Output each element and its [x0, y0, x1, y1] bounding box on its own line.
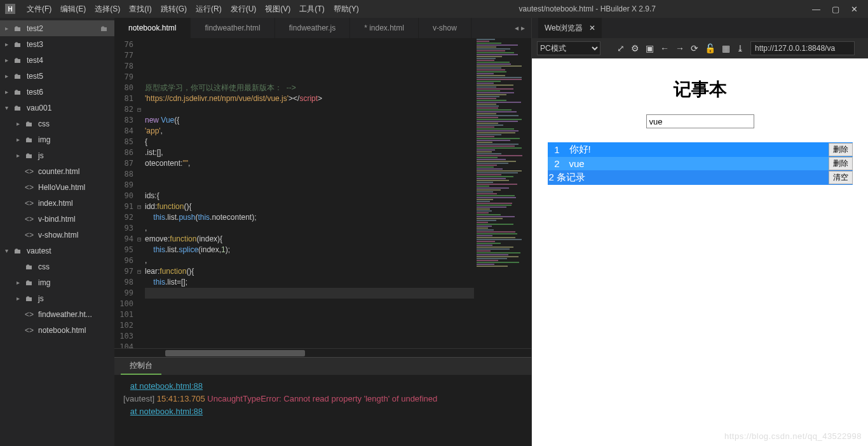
editor-tab[interactable]: * index.html: [350, 18, 419, 38]
fold-column[interactable]: ⊟ ⊟ ⊟ ⊟: [137, 38, 145, 348]
tree-item[interactable]: <>HelloVue.html: [0, 179, 114, 195]
folder-icon: 🖿: [24, 135, 34, 144]
file-explorer[interactable]: ▸🖿test2🖿▸🖿test3▸🖿test4▸🖿test5▸🖿test6▾🖿va…: [0, 18, 114, 446]
horizontal-scrollbar[interactable]: [114, 348, 531, 357]
screenshot-icon[interactable]: ▣: [646, 43, 654, 53]
editor-tab[interactable]: v-show: [419, 18, 471, 38]
file-icon: <>: [24, 231, 34, 240]
browser-tab[interactable]: Web浏览器 ✕: [538, 18, 602, 38]
console-link[interactable]: at notebook.html:88: [130, 381, 203, 391]
menu-item[interactable]: 查找(I): [125, 1, 155, 17]
tree-item[interactable]: ▸🖿test5: [0, 68, 114, 84]
note-row: 2vue删除: [548, 157, 853, 170]
tree-item[interactable]: ▸🖿css: [0, 116, 114, 132]
tree-label: img: [38, 135, 50, 144]
minimize-icon[interactable]: —: [812, 4, 820, 14]
qr-icon[interactable]: ▦: [722, 43, 730, 53]
tree-label: v-bind.html: [38, 215, 76, 224]
tree-label: HelloVue.html: [38, 183, 85, 192]
menu-item[interactable]: 运行(R): [192, 1, 226, 17]
delete-button[interactable]: 删除: [829, 143, 853, 156]
minimap[interactable]: [474, 38, 531, 348]
tree-label: notebook.html: [38, 326, 86, 335]
watermark: https://blog.csdn.net/qq_43522998: [724, 431, 862, 441]
editor-panel: notebook.htmlfindweather.htmlfindweather…: [114, 18, 531, 446]
menu-item[interactable]: 文件(F): [23, 1, 55, 17]
tree-item[interactable]: <>counter.html: [0, 163, 114, 179]
file-icon: <>: [24, 199, 34, 208]
tree-label: test3: [27, 40, 43, 49]
tree-item[interactable]: 🖿css: [0, 259, 114, 274]
tree-label: index.html: [38, 199, 73, 208]
folder-icon: 🖿: [13, 88, 23, 97]
folder-icon: 🖿: [13, 24, 23, 33]
tree-label: test6: [27, 88, 43, 97]
editor-tab[interactable]: notebook.html: [114, 18, 191, 38]
folder-open-icon: 🖿: [100, 24, 108, 33]
tab-scroll-right-icon[interactable]: ▸: [521, 24, 525, 32]
tree-item[interactable]: ▾🖿vau001: [0, 100, 114, 116]
tree-item[interactable]: <>notebook.html: [0, 322, 114, 338]
tree-item[interactable]: ▸🖿test2🖿: [0, 20, 114, 36]
tree-label: js: [38, 294, 44, 303]
device-mode-select[interactable]: PC模式: [537, 41, 600, 55]
code-editor[interactable]: 76 77 78 79 80 81 82 83 84 85 86 87 88 8…: [114, 38, 531, 348]
menu-bar: 文件(F)编辑(E)选择(S)查找(I)跳转(G)运行(R)发行(U)视图(V)…: [23, 1, 363, 17]
editor-tab[interactable]: findweather.js: [275, 18, 350, 38]
folder-icon: 🖿: [24, 278, 34, 287]
folder-icon: 🖿: [13, 72, 23, 81]
tree-item[interactable]: ▸🖿test6: [0, 84, 114, 100]
note-input[interactable]: [646, 114, 754, 128]
clear-button[interactable]: 清空: [829, 171, 853, 184]
tree-label: vau001: [27, 104, 51, 112]
console-link[interactable]: at notebook.html:88: [130, 407, 203, 416]
tree-item[interactable]: ▸🖿test4: [0, 52, 114, 68]
delete-button[interactable]: 删除: [829, 157, 853, 170]
close-icon[interactable]: ✕: [851, 4, 858, 14]
preview-title: 记事本: [674, 78, 727, 102]
title-bar: H 文件(F)编辑(E)选择(S)查找(I)跳转(G)运行(R)发行(U)视图(…: [0, 0, 868, 18]
tree-item[interactable]: <>v-show.html: [0, 227, 114, 243]
app-logo: H: [5, 4, 15, 14]
code-content[interactable]: 原型或学习，你可以这样使用最新版本： -->'https://cdn.jsdel…: [145, 38, 474, 348]
file-icon: <>: [24, 183, 34, 192]
tree-item[interactable]: ▸🖿test3: [0, 36, 114, 52]
tab-scroll-left-icon[interactable]: ◂: [515, 24, 519, 32]
url-input[interactable]: [750, 41, 855, 55]
tree-item[interactable]: ▸🖿img: [0, 274, 114, 290]
close-icon[interactable]: ✕: [589, 24, 595, 32]
file-icon: <>: [24, 167, 34, 176]
menu-item[interactable]: 跳转(G): [157, 1, 191, 17]
tree-item[interactable]: ▸🖿img: [0, 132, 114, 147]
folder-icon: 🖿: [24, 119, 34, 128]
page-preview[interactable]: 记事本 1你好!删除2vue删除 2 条记录 清空 https://blog.c…: [532, 58, 868, 446]
refresh-icon[interactable]: ⟳: [691, 43, 698, 53]
settings-icon[interactable]: ⚙: [631, 43, 639, 53]
lock-icon[interactable]: 🔓: [705, 43, 715, 53]
console-tab[interactable]: 控制台: [121, 358, 161, 375]
tree-item[interactable]: ▸🖿js: [0, 147, 114, 163]
tree-item[interactable]: <>index.html: [0, 195, 114, 211]
browser-toolbar: PC模式 ⤢ ⚙ ▣ ← → ⟳ 🔓 ▦ ⤓: [532, 38, 868, 58]
forward-icon[interactable]: →: [675, 43, 684, 53]
tree-label: css: [38, 262, 50, 271]
tree-item[interactable]: <>v-bind.html: [0, 211, 114, 227]
menu-item[interactable]: 工具(T): [295, 1, 328, 17]
tree-label: findweather.ht...: [38, 310, 92, 319]
line-gutter: 76 77 78 79 80 81 82 83 84 85 86 87 88 8…: [114, 38, 137, 348]
expand-icon[interactable]: ⤢: [617, 43, 625, 53]
menu-item[interactable]: 发行(U): [227, 1, 261, 17]
editor-tab[interactable]: findweather.html: [191, 18, 275, 38]
tree-label: test5: [27, 72, 43, 81]
download-icon[interactable]: ⤓: [736, 43, 744, 53]
note-row: 1你好!删除: [548, 142, 853, 157]
menu-item[interactable]: 选择(S): [91, 1, 124, 17]
menu-item[interactable]: 编辑(E): [57, 1, 90, 17]
tree-item[interactable]: ▸🖿js: [0, 290, 114, 306]
back-icon[interactable]: ←: [660, 43, 669, 53]
tree-item[interactable]: ▾🖿vautest: [0, 243, 114, 259]
menu-item[interactable]: 视图(V): [261, 1, 294, 17]
tree-item[interactable]: <>findweather.ht...: [0, 306, 114, 322]
maximize-icon[interactable]: ▢: [832, 4, 839, 14]
menu-item[interactable]: 帮助(Y): [330, 1, 363, 17]
